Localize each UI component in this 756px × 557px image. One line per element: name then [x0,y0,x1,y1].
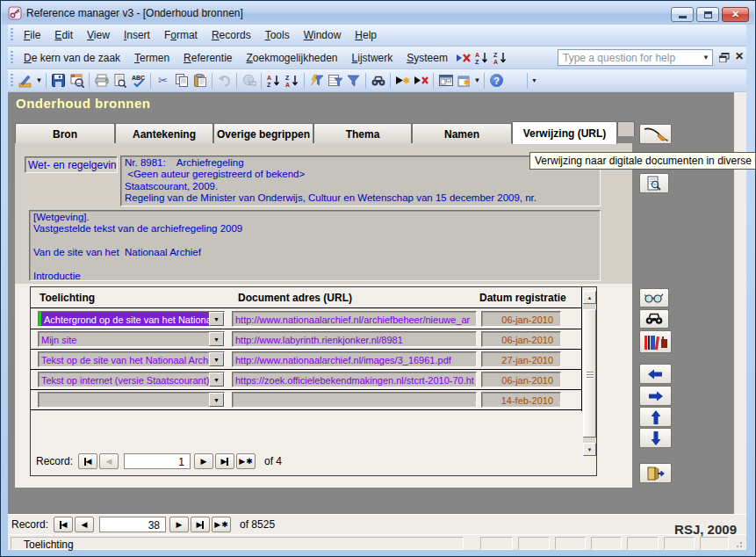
file-search-icon[interactable] [68,71,86,90]
next-source-button[interactable] [639,386,672,406]
datum-field[interactable]: 06-jan-2010 [481,331,561,347]
tab-bron[interactable]: Bron [15,123,115,144]
resize-grip[interactable] [736,539,745,548]
toolbar-options-icon[interactable]: ▼ [530,77,538,83]
filter-by-form-icon[interactable] [326,71,344,90]
mdi-restore-icon[interactable] [719,53,730,62]
datum-field[interactable]: 06-jan-2010 [481,372,561,387]
tab-namen[interactable]: Namen [412,123,512,144]
tab-aantekening[interactable]: Aantekening [115,123,213,144]
print-icon[interactable] [92,71,111,90]
menu-file[interactable]: File [17,26,47,44]
combo-dropdown-icon[interactable]: ▼ [209,373,224,387]
previous-record-button[interactable]: ◀ [75,517,94,532]
last-record-button[interactable]: ▶ [191,517,210,532]
menu-zoekmogelijkheden[interactable]: Zoekmogelijkheden [239,49,344,67]
url-field[interactable]: http://www.labyrinth.rienkjonker.nl/8981 [232,331,477,347]
toolbar-delete-record-icon[interactable] [412,71,430,90]
tab-overige-begrippen[interactable]: Overige begrippen [213,123,313,144]
search-button[interactable] [639,309,669,329]
find-icon[interactable] [369,71,387,90]
paste-icon[interactable] [191,71,209,90]
sort-descending-icon[interactable]: ZA [492,48,510,67]
note-box[interactable]: [Wetgeving]. Vastgestelde tekst van de a… [29,210,601,281]
menu-tools[interactable]: Tools [258,26,297,44]
restore-button[interactable] [696,7,719,22]
toolbar-grip[interactable] [11,74,13,88]
menu-lijstwerk[interactable]: Lijstwerk [345,49,400,67]
combo-dropdown-icon[interactable]: ▼ [209,352,224,366]
save-icon[interactable] [49,71,68,90]
menu-de-kern-van-de-zaak[interactable]: De kern van de zaak [17,49,127,67]
new-object-dropdown-icon[interactable]: ▼ [473,76,481,84]
help-search-dropdown-icon[interactable]: ▼ [702,54,712,61]
custombar-grip[interactable] [11,51,13,65]
new-record-button[interactable]: ▶✱ [212,517,231,532]
design-view-dropdown-icon[interactable]: ▼ [35,76,43,84]
toelichting-combo[interactable]: ▼ [38,392,225,408]
scrollbar-down-icon[interactable]: ▼ [583,443,596,456]
url-field[interactable]: http://www.nationaalarchief.nl/archiefbe… [232,311,477,327]
menu-records[interactable]: Records [205,26,258,44]
new-object-icon[interactable]: ✱ [455,71,473,90]
url-field[interactable]: http://www.nationaalarchief.nl/images/3_… [232,351,477,367]
spelling-icon[interactable]: ABC [129,71,148,90]
first-record-button[interactable]: ◀ [78,453,97,469]
filter-by-selection-icon[interactable] [307,71,326,90]
menu-insert[interactable]: Insert [117,26,157,44]
menu-termen[interactable]: Termen [127,49,176,67]
combo-dropdown-icon[interactable]: ▼ [209,312,224,326]
menu-help[interactable]: Help [348,26,384,44]
help-icon[interactable]: ? [487,71,506,90]
url-field[interactable]: https://zoek.officielebekendmakingen.nl/… [232,372,477,387]
first-record-button[interactable]: ◀ [54,517,73,532]
tab-verwijzing-url[interactable]: Verwijzing (URL) [512,121,617,144]
source-summary-box[interactable]: Nr. 8981: Archiefregeling <Geen auteur g… [120,156,601,206]
record-number-field[interactable]: 38 [99,517,166,532]
help-search-box[interactable]: Type a question for help ▼ [558,49,713,66]
toelichting-combo[interactable]: Achtergrond op de site van het Nationaa▼ [38,311,225,327]
menubar-grip[interactable] [11,28,13,42]
minimize-button[interactable] [671,7,694,22]
menu-window[interactable]: Window [297,26,349,44]
preview-document-button[interactable] [639,173,669,193]
toolbar-sort-descending-icon[interactable]: ZA [283,71,301,90]
delete-record-icon[interactable] [455,48,473,67]
mdi-close-icon[interactable]: ✕ [735,50,744,62]
print-preview-icon[interactable] [111,71,129,90]
new-record-icon[interactable]: ✱ [393,71,412,90]
table-scrollbar[interactable]: ▲ ▼ [583,291,596,456]
next-record-button[interactable]: ▶ [169,517,189,532]
toelichting-combo[interactable]: Tekst op de site van het Nationaal Archi… [38,351,225,367]
edit-url-button[interactable] [639,124,672,144]
toolbar-sort-ascending-icon[interactable]: AZ [264,71,283,90]
combo-dropdown-icon[interactable]: ▼ [209,393,224,407]
design-view-icon[interactable] [17,71,35,90]
datum-field[interactable]: 27-jan-2010 [481,351,561,367]
scrollbar-thumb[interactable] [583,309,596,438]
combo-dropdown-icon[interactable]: ▼ [209,332,224,346]
scrollbar-up-icon[interactable]: ▲ [583,291,596,304]
last-record-button[interactable]: ▶ [215,453,234,469]
insert-hyperlink-icon[interactable] [240,71,258,90]
cut-icon[interactable]: ✂ [154,71,172,90]
datum-field[interactable]: 14-feb-2010 [481,392,561,408]
previous-source-button[interactable] [639,364,672,384]
sort-ascending-icon[interactable]: AZ [473,48,492,67]
datum-field[interactable]: 06-jan-2010 [481,311,561,327]
menu-referentie[interactable]: Referentie [176,49,239,67]
toelichting-combo[interactable]: Tekst op internet (versie Staatscourant)… [38,372,225,387]
move-up-button[interactable] [639,407,672,427]
apply-filter-icon[interactable] [344,71,363,90]
view-button[interactable] [639,288,669,307]
exit-button[interactable] [639,463,672,483]
toelichting-combo[interactable]: Mijn site▼ [38,331,225,347]
record-number-field[interactable]: 1 [124,453,191,469]
url-field[interactable] [232,392,477,408]
copy-icon[interactable] [172,71,191,90]
menu-systeem[interactable]: Systeem [400,49,455,67]
move-down-button[interactable] [639,428,672,448]
close-button[interactable]: ✕ [722,7,749,22]
previous-record-button[interactable]: ◀ [99,453,119,469]
menu-view[interactable]: View [80,26,117,44]
